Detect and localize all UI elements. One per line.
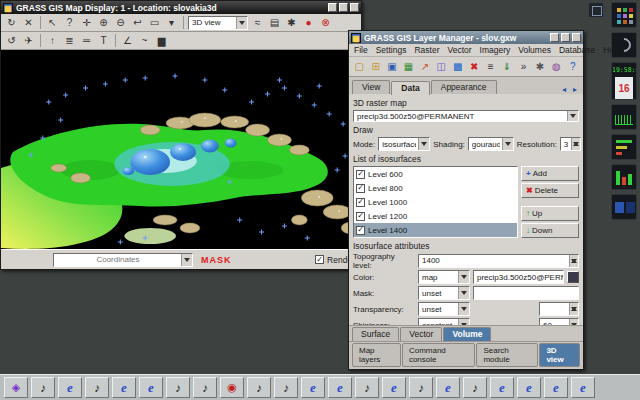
pager-dockapp[interactable] bbox=[611, 194, 637, 220]
query-icon[interactable]: ? bbox=[62, 15, 77, 30]
add-vector-icon[interactable]: ↗ bbox=[418, 59, 432, 74]
list-item[interactable]: Level 600 bbox=[354, 167, 517, 181]
list-item-selected[interactable]: Level 1400 bbox=[354, 223, 517, 237]
erase-display-icon[interactable]: ✕ bbox=[21, 15, 36, 30]
tab-surface[interactable]: Surface bbox=[352, 327, 399, 341]
menu-imagery[interactable]: Imagery bbox=[480, 45, 511, 55]
tab-appearance[interactable]: Appearance bbox=[431, 80, 497, 94]
checkbox-icon[interactable] bbox=[356, 226, 365, 235]
quit-display-icon[interactable]: ⊗ bbox=[318, 15, 333, 30]
zoom-in-icon[interactable]: ⊕ bbox=[96, 15, 111, 30]
render-display-icon[interactable]: ↻ bbox=[4, 15, 19, 30]
resolution-spinner[interactable]: 3 bbox=[560, 137, 581, 151]
shininess-spinner[interactable]: 60 bbox=[539, 318, 579, 325]
list-item[interactable]: Level 1200 bbox=[354, 209, 517, 223]
spin-arrows-icon[interactable] bbox=[571, 138, 580, 150]
mask-mode-select[interactable]: unset bbox=[418, 286, 470, 300]
workspace-new-icon[interactable]: ▢ bbox=[352, 59, 366, 74]
measure-icon[interactable]: ∠ bbox=[120, 33, 135, 48]
spin-arrows-icon[interactable] bbox=[569, 255, 578, 267]
cpu-monitor-dockapp[interactable] bbox=[611, 104, 637, 130]
pan-icon[interactable]: ✛ bbox=[79, 15, 94, 30]
transparency-spinner[interactable] bbox=[539, 302, 579, 316]
attribute-table-icon[interactable]: ≡ bbox=[483, 59, 497, 74]
audio-app-icon[interactable]: ♪ bbox=[355, 377, 379, 398]
window-menu-icon[interactable]: ▦ bbox=[351, 33, 361, 43]
record-app-icon[interactable]: ◉ bbox=[220, 377, 244, 398]
minimize-button[interactable] bbox=[550, 33, 559, 42]
app-grid-dockapp[interactable] bbox=[611, 2, 637, 28]
mode-select[interactable]: isosurfaces bbox=[378, 137, 430, 151]
audio-app-icon[interactable]: ♪ bbox=[31, 377, 55, 398]
pointer-icon[interactable]: ↖ bbox=[45, 15, 60, 30]
satellite-dockapp[interactable] bbox=[611, 32, 637, 58]
text-overlay-icon[interactable]: T bbox=[96, 33, 111, 48]
analyze-icon[interactable]: ≈ bbox=[250, 15, 265, 30]
tab-data[interactable]: Data bbox=[391, 81, 429, 95]
profile-icon[interactable]: ~ bbox=[137, 33, 152, 48]
graphical-modeler-icon[interactable]: ◍ bbox=[549, 59, 563, 74]
mixer-app-icon[interactable]: ◈ bbox=[4, 377, 28, 398]
load-monitor-dockapp[interactable] bbox=[611, 134, 637, 160]
mask-entry[interactable] bbox=[473, 286, 579, 300]
shininess-mode-select[interactable]: constant bbox=[418, 318, 470, 325]
eterm-icon[interactable]: e bbox=[436, 377, 460, 398]
eterm-icon[interactable]: e bbox=[328, 377, 352, 398]
color-picker-button[interactable] bbox=[567, 271, 579, 283]
checkbox-icon[interactable] bbox=[356, 184, 365, 193]
histogram-icon[interactable]: ▆ bbox=[154, 33, 169, 48]
legend-icon[interactable]: ≣ bbox=[62, 33, 77, 48]
clock-dockapp[interactable]: 19:58:01 16 bbox=[611, 62, 637, 100]
add-3d-raster-icon[interactable]: ◫ bbox=[434, 59, 448, 74]
eterm-icon[interactable]: e bbox=[139, 377, 163, 398]
down-button[interactable]: ↓ Down bbox=[521, 223, 579, 238]
audio-app-icon[interactable]: ♪ bbox=[409, 377, 433, 398]
command-console-icon[interactable]: » bbox=[516, 59, 530, 74]
audio-app-icon[interactable]: ♪ bbox=[247, 377, 271, 398]
view-mode-select[interactable]: 3D view bbox=[188, 16, 248, 30]
topography-spinner[interactable]: 1400 bbox=[418, 254, 579, 268]
color-map-entry[interactable]: precip3d.500z50@PERMAN bbox=[473, 270, 564, 284]
audio-app-icon[interactable]: ♪ bbox=[463, 377, 487, 398]
zoom-out-icon[interactable]: ⊖ bbox=[113, 15, 128, 30]
window-menu-icon[interactable]: ▦ bbox=[3, 3, 13, 13]
settings-icon[interactable]: ✱ bbox=[284, 15, 299, 30]
tab-vector[interactable]: Vector bbox=[400, 327, 442, 341]
tab-view[interactable]: View bbox=[352, 80, 390, 94]
network-monitor-dockapp[interactable] bbox=[611, 164, 637, 190]
list-item[interactable]: Level 1000 bbox=[354, 195, 517, 209]
menu-file[interactable]: File bbox=[354, 45, 368, 55]
checkbox-icon[interactable] bbox=[315, 255, 324, 264]
scalebar-icon[interactable]: ═ bbox=[79, 33, 94, 48]
fly-through-icon[interactable]: ✈ bbox=[21, 33, 36, 48]
zoom-menu-icon[interactable]: ▾ bbox=[164, 15, 179, 30]
statusbar-mode-select[interactable]: Coordinates bbox=[53, 253, 193, 267]
checkbox-icon[interactable] bbox=[356, 198, 365, 207]
minimize-button[interactable] bbox=[328, 3, 337, 12]
raster-map-select[interactable]: precip3d.500z50@PERMANENT bbox=[353, 110, 579, 122]
eterm-icon[interactable]: e bbox=[58, 377, 82, 398]
tab-command-console[interactable]: Command console bbox=[402, 343, 476, 367]
map-canvas[interactable] bbox=[1, 50, 361, 249]
north-arrow-icon[interactable]: ↑ bbox=[45, 33, 60, 48]
close-button[interactable] bbox=[572, 33, 581, 42]
lm-titlebar[interactable]: ▦ GRASS GIS Layer Manager - slov.gxw bbox=[349, 31, 583, 44]
record-icon[interactable]: ● bbox=[301, 15, 316, 30]
workspace-open-icon[interactable]: ⊞ bbox=[368, 59, 382, 74]
checkbox-icon[interactable] bbox=[356, 170, 365, 179]
maximize-button[interactable] bbox=[561, 33, 570, 42]
add-button[interactable]: + Add bbox=[521, 166, 579, 181]
rotate-view-icon[interactable]: ↺ bbox=[4, 33, 19, 48]
delete-button[interactable]: ✖ Delete bbox=[521, 183, 579, 198]
help-icon[interactable]: ? bbox=[565, 59, 579, 74]
tab-search-module[interactable]: Search module bbox=[476, 343, 538, 367]
color-mode-select[interactable]: map bbox=[418, 270, 470, 284]
eterm-icon[interactable]: e bbox=[490, 377, 514, 398]
eterm-icon[interactable]: e bbox=[112, 377, 136, 398]
pager-dockapp-icon[interactable] bbox=[588, 2, 604, 18]
overlay-icon[interactable]: ▤ bbox=[267, 15, 282, 30]
eterm-icon[interactable]: e bbox=[571, 377, 595, 398]
menu-database[interactable]: Database bbox=[559, 45, 595, 55]
eterm-icon[interactable]: e bbox=[544, 377, 568, 398]
import-data-icon[interactable]: ⇓ bbox=[500, 59, 514, 74]
